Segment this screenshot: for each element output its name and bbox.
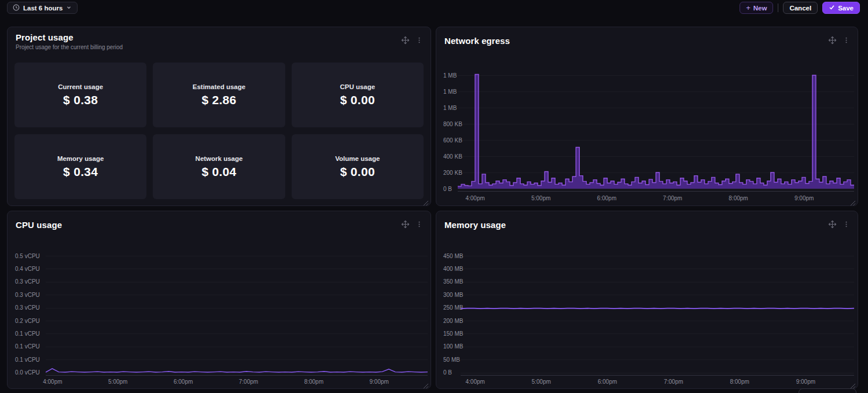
- card-value: $ 0.34: [63, 165, 98, 179]
- x-axis-label: 6:00pm: [597, 195, 616, 201]
- plus-icon: +: [746, 4, 751, 12]
- cpu-usage-panel: CPU usage 0.5 vCPU0.4 vCPU0.3 vCPU0.3 vC…: [7, 211, 431, 389]
- topbar-actions: + New Cancel Save: [740, 2, 860, 14]
- panel-resize-handle[interactable]: [850, 198, 856, 204]
- card-value: $ 0.00: [340, 93, 375, 107]
- save-button-label: Save: [838, 5, 854, 12]
- y-axis-label: 0.1 vCPU: [15, 343, 40, 350]
- y-axis-label: 1 MB: [443, 105, 457, 111]
- y-axis-label: 50 MB: [443, 357, 460, 363]
- y-axis-label: 0 B: [443, 186, 452, 192]
- cpu-plot-area[interactable]: [46, 252, 428, 376]
- x-axis-label: 7:00pm: [239, 379, 258, 385]
- tooltip-stub: [799, 388, 856, 393]
- y-axis-label: 0.3 vCPU: [15, 278, 40, 285]
- card-label: Volume usage: [335, 155, 380, 162]
- memory-usage-card: Memory usage $ 0.34: [14, 134, 146, 199]
- y-axis-label: 0.2 vCPU: [15, 318, 40, 324]
- kebab-menu-icon[interactable]: [414, 35, 424, 45]
- x-axis-label: 7:00pm: [663, 195, 682, 201]
- x-axis-label: 9:00pm: [369, 379, 388, 385]
- y-axis-label: 0.1 vCPU: [15, 357, 40, 363]
- x-axis-label: 4:00pm: [465, 379, 484, 385]
- x-axis-label: 8:00pm: [730, 379, 749, 385]
- x-axis-label: 6:00pm: [174, 379, 193, 385]
- network-egress-chart[interactable]: 1 MB1 MB1 MB800 KB600 KB400 KB200 KB0 B4…: [436, 27, 858, 205]
- new-button[interactable]: + New: [740, 2, 773, 14]
- new-button-label: New: [753, 5, 767, 12]
- x-axis-label: 4:00pm: [43, 379, 62, 385]
- panel-resize-handle[interactable]: [423, 198, 429, 204]
- project-usage-panel: Project usage Project usage for the curr…: [7, 27, 431, 206]
- memory-plot-area[interactable]: [461, 252, 854, 376]
- x-axis-label: 5:00pm: [531, 195, 550, 201]
- time-range-selector[interactable]: Last 6 hours: [7, 2, 78, 14]
- panel-resize-handle[interactable]: [850, 381, 856, 387]
- card-value: $ 0.04: [201, 165, 236, 179]
- y-axis-label: 1 MB: [443, 72, 457, 79]
- usage-cards-grid: Current usage $ 0.38 Estimated usage $ 2…: [14, 63, 424, 199]
- x-axis-label: 8:00pm: [729, 195, 748, 201]
- network-plot-area[interactable]: [458, 70, 854, 192]
- volume-usage-card: Volume usage $ 0.00: [292, 134, 424, 199]
- x-axis-label: 9:00pm: [795, 195, 814, 201]
- chevron-down-icon: [66, 5, 72, 12]
- panel-title: Project usage: [16, 32, 422, 42]
- y-axis-label: 0.1 vCPU: [15, 330, 40, 337]
- card-label: Network usage: [196, 155, 243, 162]
- network-usage-card: Network usage $ 0.04: [153, 134, 285, 199]
- time-range-label: Last 6 hours: [23, 5, 62, 12]
- y-axis-label: 0.3 vCPU: [15, 304, 40, 311]
- save-button[interactable]: Save: [822, 2, 860, 14]
- x-axis-label: 9:00pm: [796, 379, 815, 385]
- estimated-usage-card: Estimated usage $ 2.86: [153, 63, 285, 127]
- card-label: Memory usage: [57, 155, 104, 162]
- card-label: Current usage: [58, 83, 103, 90]
- card-label: CPU usage: [340, 83, 375, 90]
- memory-usage-chart[interactable]: 450 MB400 MB350 MB300 MB250 MB200 MB150 …: [436, 211, 858, 388]
- cancel-button[interactable]: Cancel: [783, 2, 818, 14]
- card-value: $ 2.86: [201, 93, 236, 107]
- x-axis-label: 7:00pm: [664, 379, 683, 385]
- check-icon: [829, 4, 835, 12]
- y-axis-label: 0 B: [443, 369, 452, 376]
- card-label: Estimated usage: [193, 83, 245, 90]
- topbar: Last 6 hours + New Cancel Save: [0, 0, 868, 16]
- x-axis-label: 4:00pm: [465, 195, 484, 201]
- panel-resize-handle[interactable]: [423, 381, 429, 387]
- cpu-usage-chart[interactable]: 0.5 vCPU0.4 vCPU0.3 vCPU0.3 vCPU0.3 vCPU…: [8, 211, 431, 388]
- memory-usage-panel: Memory usage 450 MB400 MB350 MB300 MB250…: [436, 211, 858, 389]
- project-usage-header: Project usage Project usage for the curr…: [8, 27, 431, 50]
- y-axis-label: 0.4 vCPU: [15, 266, 40, 272]
- clock-icon: [13, 4, 20, 12]
- y-axis-label: 0.3 vCPU: [15, 292, 40, 298]
- panel-subtitle: Project usage for the current billing pe…: [16, 44, 422, 50]
- card-value: $ 0.00: [340, 165, 375, 179]
- card-value: $ 0.38: [63, 93, 98, 107]
- current-usage-card: Current usage $ 0.38: [14, 63, 146, 127]
- drag-move-icon[interactable]: [400, 35, 410, 45]
- x-axis-label: 8:00pm: [304, 379, 323, 385]
- y-axis-label: 0.5 vCPU: [15, 253, 40, 259]
- x-axis-label: 6:00pm: [598, 379, 617, 385]
- x-axis-label: 5:00pm: [532, 379, 551, 385]
- toolbar-divider: [778, 3, 778, 12]
- y-axis-label: 1 MB: [443, 89, 457, 95]
- cpu-usage-card: CPU usage $ 0.00: [292, 63, 424, 127]
- y-axis-label: 0.0 vCPU: [15, 369, 40, 376]
- network-egress-panel: Network egress 1 MB1 MB1 MB800 KB600 KB4…: [436, 27, 858, 206]
- x-axis-label: 5:00pm: [108, 379, 127, 385]
